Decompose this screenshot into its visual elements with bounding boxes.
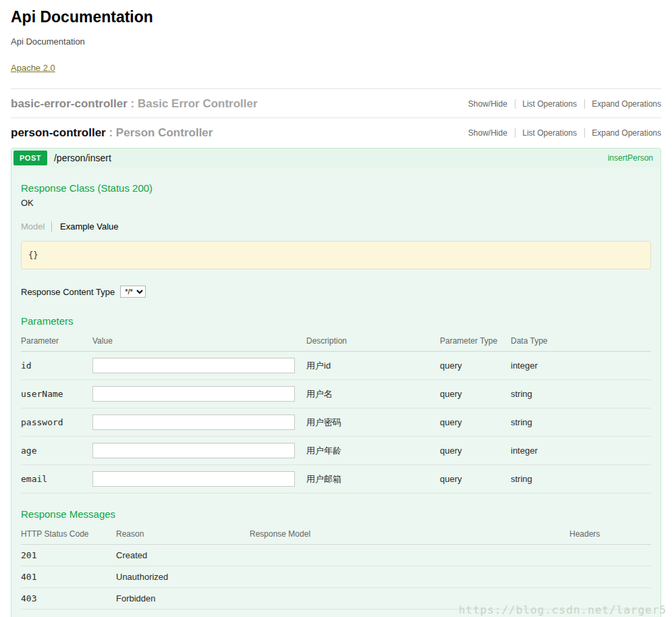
expand-operations-link[interactable]: Expand Operations: [584, 99, 661, 109]
response-model-cell: [250, 566, 569, 588]
license-link[interactable]: Apache 2.0: [11, 63, 55, 73]
reason: Not Found: [116, 610, 250, 617]
parameter-description: 用户邮箱: [306, 465, 440, 493]
parameter-description: 用户名: [306, 380, 440, 408]
show-hide-link[interactable]: Show/Hide: [468, 128, 507, 138]
resource-links: Show/Hide List Operations Expand Operati…: [468, 128, 661, 138]
operation-post-person-insert: POST /person/insert insertPerson Respons…: [11, 148, 661, 617]
table-row: password 用户密码 query string: [21, 408, 651, 437]
parameter-data-type: string: [511, 465, 651, 493]
parameter-name: email: [21, 465, 92, 493]
param-value-input[interactable]: [92, 414, 295, 430]
operation-nickname-link[interactable]: insertPerson: [608, 153, 653, 163]
resource-name: basic-error-controller: [11, 97, 128, 110]
status-code: 404: [21, 610, 116, 617]
page-title: Api Documentation: [11, 8, 661, 26]
column-header: Headers: [569, 524, 651, 545]
table-row: 401 Unauthorized: [21, 566, 651, 588]
reason: Unauthorized: [116, 566, 250, 588]
table-row: age 用户年龄 query integer: [21, 437, 651, 465]
operation-content: Response Class (Status 200) OK Model Exa…: [11, 167, 661, 617]
param-value-input[interactable]: [92, 443, 295, 458]
status-code: 401: [21, 566, 116, 588]
status-code: 201: [21, 545, 116, 566]
response-class-heading: Response Class (Status 200): [21, 182, 651, 194]
resource-heading[interactable]: person-controller : Person Controller: [11, 126, 213, 140]
response-content-type-select[interactable]: */*: [120, 286, 146, 298]
resource-heading[interactable]: basic-error-controller : Basic Error Con…: [11, 97, 258, 111]
expand-operations-link[interactable]: Expand Operations: [584, 128, 661, 138]
parameter-type: query: [440, 408, 511, 437]
status-code: 403: [21, 588, 116, 610]
http-method-badge: POST: [13, 151, 47, 165]
table-row: id 用户id query integer: [21, 352, 651, 380]
parameter-data-type: string: [511, 380, 651, 408]
parameter-type: query: [440, 380, 511, 408]
example-value-tab[interactable]: Example Value: [60, 221, 118, 232]
headers-cell: [569, 566, 651, 588]
resource-links: Show/Hide List Operations Expand Operati…: [468, 99, 661, 109]
parameter-data-type: integer: [511, 352, 651, 380]
response-messages-heading: Response Messages: [21, 508, 651, 520]
parameter-name: userName: [21, 380, 92, 408]
response-model-cell: [250, 545, 569, 566]
table-row: 201 Created: [21, 545, 651, 566]
headers-cell: [569, 588, 651, 610]
reason: Forbidden: [116, 588, 250, 610]
parameters-heading: Parameters: [21, 315, 651, 327]
parameter-type: query: [440, 352, 511, 380]
show-hide-link[interactable]: Show/Hide: [468, 99, 507, 109]
table-row: email 用户邮箱 query string: [21, 465, 651, 493]
response-model-cell: [250, 588, 569, 610]
table-row: 403 Forbidden: [21, 588, 651, 610]
table-row: userName 用户名 query string: [21, 380, 651, 408]
headers-cell: [569, 610, 651, 617]
parameter-data-type: string: [511, 408, 651, 437]
response-messages-table: HTTP Status Code Reason Response Model H…: [21, 524, 651, 617]
model-example-tabs: Model Example Value: [21, 221, 651, 232]
resource-description: : Person Controller: [106, 126, 213, 139]
operation-heading[interactable]: POST /person/insert insertPerson: [11, 149, 661, 167]
parameter-description: 用户年龄: [306, 437, 440, 465]
param-value-input[interactable]: [92, 358, 295, 373]
operation-path[interactable]: /person/insert: [54, 153, 608, 163]
column-header: Value: [92, 331, 306, 352]
param-value-input[interactable]: [92, 386, 295, 402]
response-model-cell: [250, 610, 569, 617]
parameter-description: 用户id: [306, 352, 440, 380]
list-operations-link[interactable]: List Operations: [515, 128, 577, 138]
column-header: Reason: [116, 524, 250, 545]
table-header-row: HTTP Status Code Reason Response Model H…: [21, 524, 651, 545]
parameter-name: age: [21, 437, 92, 465]
column-header: Parameter: [21, 331, 92, 352]
column-header: Description: [306, 331, 440, 352]
table-row: 404 Not Found: [21, 610, 651, 617]
parameter-name: id: [21, 352, 92, 380]
resource-basic-error-controller: basic-error-controller : Basic Error Con…: [11, 88, 661, 117]
parameter-data-type: integer: [511, 437, 651, 465]
response-class-status: OK: [21, 198, 651, 208]
swagger-page: Api Documentation Api Documentation Apac…: [0, 0, 672, 617]
example-value-box: {}: [21, 241, 651, 269]
column-header: Data Type: [511, 331, 651, 352]
resource-person-controller: person-controller : Person Controller Sh…: [11, 117, 661, 617]
headers-cell: [569, 545, 651, 566]
parameters-table: Parameter Value Description Parameter Ty…: [21, 331, 651, 493]
parameter-type: query: [440, 465, 511, 493]
response-content-type-label: Response Content Type: [21, 287, 115, 297]
parameter-name: password: [21, 408, 92, 437]
list-operations-link[interactable]: List Operations: [515, 99, 577, 109]
page-subtitle: Api Documentation: [11, 36, 661, 47]
column-header: HTTP Status Code: [21, 524, 116, 545]
parameter-description: 用户密码: [306, 408, 440, 437]
column-header: Response Model: [250, 524, 569, 545]
column-header: Parameter Type: [440, 331, 511, 352]
param-value-input[interactable]: [92, 471, 295, 487]
parameter-type: query: [440, 437, 511, 465]
resource-name: person-controller: [11, 126, 106, 139]
table-header-row: Parameter Value Description Parameter Ty…: [21, 331, 651, 352]
model-tab[interactable]: Model: [21, 221, 52, 232]
resource-description: : Basic Error Controller: [128, 97, 258, 110]
reason: Created: [116, 545, 250, 566]
